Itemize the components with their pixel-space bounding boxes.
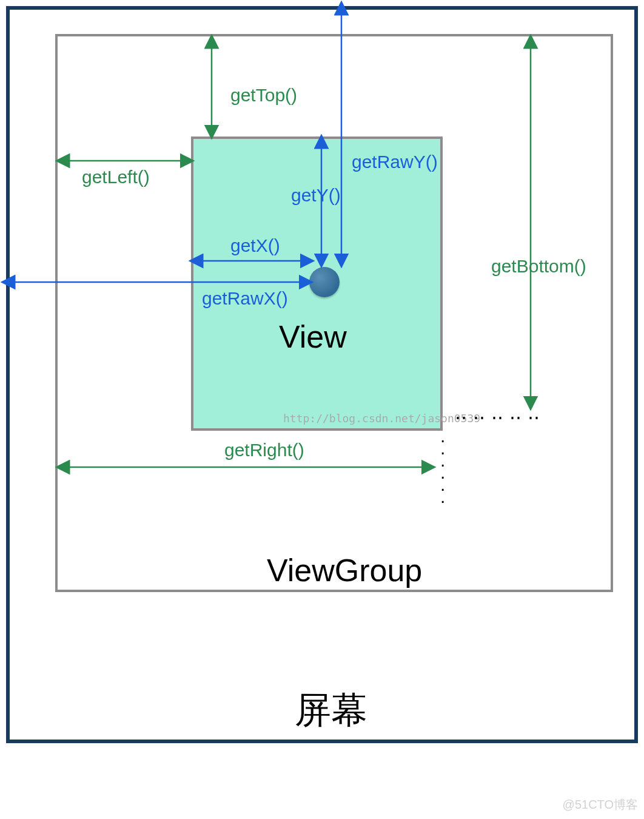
- watermark-text: http://blog.csdn.net/jason0539: [283, 412, 480, 425]
- arrow-get-raw-x: [3, 276, 312, 288]
- arrow-get-left: [58, 155, 191, 167]
- screen-border: http://blog.csdn.net/jason0539 getTop() …: [6, 6, 638, 743]
- label-get-y: getY(): [291, 185, 341, 206]
- arrow-get-raw-y: [335, 3, 347, 268]
- dots-vertical: ······: [440, 437, 445, 510]
- label-get-bottom: getBottom(): [491, 256, 586, 277]
- viewgroup-box: http://blog.csdn.net/jason0539 getTop() …: [55, 34, 613, 592]
- label-get-right: getRight(): [224, 440, 304, 460]
- arrow-get-bottom: [525, 36, 537, 411]
- label-get-x: getX(): [230, 235, 280, 256]
- dots-horizontal: ‥‥‥‥‥: [455, 402, 546, 423]
- arrow-get-x: [191, 255, 312, 267]
- touch-point: [309, 267, 340, 297]
- label-get-top: getTop(): [230, 85, 297, 106]
- corner-watermark: @51CTO博客: [563, 797, 638, 813]
- label-viewgroup: ViewGroup: [267, 552, 422, 588]
- arrow-get-right: [58, 461, 434, 473]
- label-get-raw-y: getRawY(): [352, 152, 438, 172]
- label-view: View: [279, 318, 347, 355]
- label-get-raw-x: getRawX(): [202, 288, 288, 309]
- label-get-left: getLeft(): [82, 167, 150, 187]
- label-screen: 屏幕: [295, 686, 367, 735]
- arrow-get-top: [206, 36, 218, 136]
